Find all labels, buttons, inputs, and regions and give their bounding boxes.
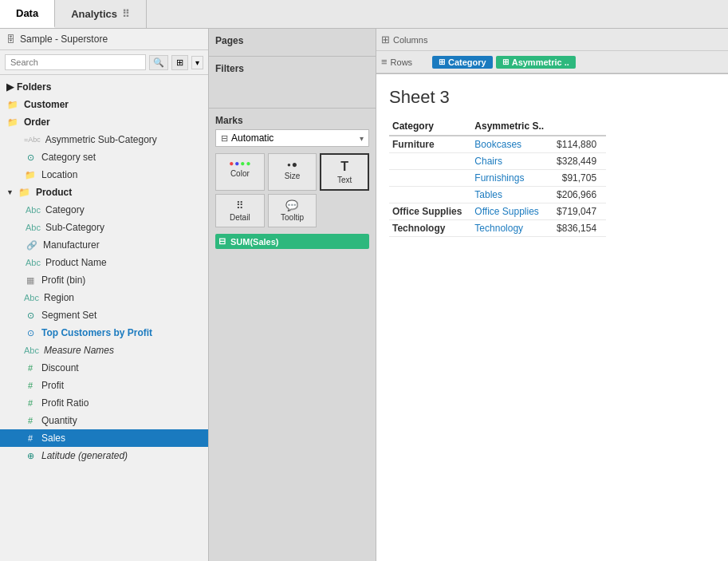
fields-list: ▶ Folders 📁 Customer 📁 Order =Abc: [0, 75, 208, 561]
rows-pill-asymmetric[interactable]: ⊞ Asymmetric ..: [496, 56, 576, 69]
field-customer[interactable]: 📁 Customer: [0, 96, 208, 113]
field-asymmetric[interactable]: =Abc Asymmetric Sub-Category: [0, 131, 208, 148]
table-row: Tables$206,966: [389, 187, 606, 203]
table-cell-value: $836,154: [553, 220, 606, 237]
field-sales[interactable]: # Sales: [0, 429, 208, 447]
field-segment-set-label: Segment Set: [41, 310, 96, 321]
table-cell-subcategory: Chairs: [471, 153, 553, 170]
marks-auto-icon: ⊟: [221, 133, 228, 144]
col-header-value: [553, 117, 606, 136]
marks-title: Marks: [215, 115, 369, 126]
datasource-bar: 🗄 Sample - Superstore: [0, 29, 208, 50]
table-row: TechnologyTechnology$836,154: [389, 220, 606, 237]
folder-icon-product: 📁: [18, 187, 31, 198]
field-quantity[interactable]: # Quantity: [0, 412, 208, 429]
abc-icon-asymmetric: =Abc: [24, 136, 41, 144]
filters-title: Filters: [215, 63, 369, 74]
field-profit-ratio[interactable]: # Profit Ratio: [0, 394, 208, 412]
folder-icon-customer: 📁: [6, 100, 19, 110]
field-discount[interactable]: # Discount: [0, 359, 208, 377]
abc-icon-subcategory: Abc: [26, 223, 41, 232]
field-manufacturer-label: Manufacturer: [43, 239, 100, 251]
rows-shelf: ≡ Rows ⊞ Category ⊞ Asymmetric ..: [376, 51, 728, 73]
search-input[interactable]: [5, 54, 146, 70]
field-manufacturer[interactable]: 🔗 Manufacturer: [0, 236, 208, 254]
field-top-customers[interactable]: ⊙ Top Customers by Profit: [0, 324, 208, 342]
middle-panel: Pages Filters Marks ⊟ Automatic ▾: [209, 29, 376, 561]
marks-size-button[interactable]: ●● Size: [268, 153, 317, 191]
filter-dropdown-button[interactable]: ▾: [191, 56, 203, 69]
marks-color-button[interactable]: ●●●● Color: [215, 153, 265, 191]
set-icon-segment: ⊙: [24, 310, 37, 321]
folder-icon-location: 📁: [24, 170, 37, 180]
sum-sales-pill[interactable]: ⊟ SUM(Sales): [215, 234, 369, 249]
table-row: FurnitureBookcases$114,880: [389, 136, 606, 153]
table-cell-category: [389, 170, 471, 187]
tab-data[interactable]: Data: [0, 0, 55, 28]
category-pill-icon: ⊞: [439, 57, 445, 66]
field-sub-category[interactable]: Abc Sub-Category: [0, 219, 208, 236]
table-cell-value: $206,966: [553, 187, 606, 203]
field-profit-bin[interactable]: ▦ Profit (bin): [0, 271, 208, 289]
color-circles-icon: ●●●●: [229, 159, 250, 168]
field-discount-label: Discount: [41, 362, 79, 373]
field-latitude[interactable]: ⊕ Latitude (generated): [0, 447, 208, 464]
hash-icon-profit-ratio: #: [24, 398, 37, 408]
field-category-set[interactable]: ⊙ Category set: [0, 148, 208, 166]
detail-button-label: Detail: [230, 213, 250, 222]
field-latitude-label: Latitude (generated): [41, 450, 128, 461]
canvas: Sheet 3 Category Asymmetric S.. Furnitur…: [376, 74, 728, 561]
field-category[interactable]: Abc Category: [0, 201, 208, 219]
color-button-label: Color: [230, 169, 250, 178]
search-bar: 🔍 ⊞ ▾: [0, 50, 208, 75]
table-cell-subcategory: Office Supplies: [471, 203, 553, 220]
marks-dropdown-label: Automatic: [231, 132, 273, 144]
search-button[interactable]: 🔍: [149, 55, 168, 70]
category-pill-label: Category: [448, 57, 486, 67]
field-order[interactable]: 📁 Order: [0, 113, 208, 131]
rows-label: ≡ Rows: [381, 56, 429, 68]
marks-text-button[interactable]: T Text: [320, 153, 369, 191]
pages-title: Pages: [215, 35, 369, 46]
field-profit[interactable]: # Profit: [0, 377, 208, 394]
field-measure-names[interactable]: Abc Measure Names: [0, 342, 208, 359]
table-row: Chairs$328,449: [389, 153, 606, 170]
field-segment-set[interactable]: ⊙ Segment Set: [0, 306, 208, 324]
data-table: Category Asymmetric S.. FurnitureBookcas…: [389, 117, 606, 237]
marks-type-dropdown[interactable]: ⊟ Automatic ▾: [215, 129, 369, 147]
field-profit-ratio-label: Profit Ratio: [41, 397, 89, 409]
abc-icon-measure-names: Abc: [24, 346, 39, 355]
grid-view-button[interactable]: ⊞: [171, 55, 188, 70]
marks-tooltip-button[interactable]: 💬 Tooltip: [268, 194, 317, 227]
tab-data-label: Data: [16, 7, 38, 19]
field-order-label: Order: [24, 117, 50, 128]
tooltip-bubble-icon: 💬: [285, 200, 298, 211]
col-header-asymmetric: Asymmetric S..: [471, 117, 553, 136]
field-sub-category-label: Sub-Category: [45, 222, 104, 233]
field-region-label: Region: [44, 292, 74, 303]
field-product[interactable]: ▼ 📁 Product: [0, 184, 208, 201]
table-cell-category: Office Supplies: [389, 203, 471, 220]
field-location[interactable]: 📁 Location: [0, 166, 208, 184]
field-region[interactable]: Abc Region: [0, 289, 208, 306]
field-category-label: Category: [45, 204, 85, 215]
table-cell-value: $91,705: [553, 170, 606, 187]
folders-header-label: Folders: [17, 81, 51, 93]
set-icon-top-customers: ⊙: [24, 328, 37, 338]
field-quantity-label: Quantity: [41, 415, 77, 426]
paperclip-icon-manufacturer: 🔗: [26, 240, 38, 251]
tab-analytics[interactable]: Analytics ⠿: [55, 0, 147, 28]
marks-dropdown-arrow-icon: ▾: [360, 134, 364, 143]
bin-icon-profit: ▦: [24, 275, 37, 286]
field-product-name[interactable]: Abc Product Name: [0, 254, 208, 271]
hash-icon-discount: #: [24, 363, 37, 373]
folders-header: ▶ Folders: [0, 78, 208, 96]
rows-pill-category[interactable]: ⊞ Category: [432, 56, 493, 69]
field-top-customers-label: Top Customers by Profit: [41, 327, 152, 338]
table-cell-value: $328,449: [553, 153, 606, 170]
folders-icon: ▶: [6, 81, 14, 93]
table-cell-subcategory: Technology: [471, 220, 553, 237]
table-cell-category: [389, 153, 471, 170]
field-product-name-label: Product Name: [45, 257, 107, 268]
marks-detail-button[interactable]: ⠿ Detail: [215, 194, 265, 227]
